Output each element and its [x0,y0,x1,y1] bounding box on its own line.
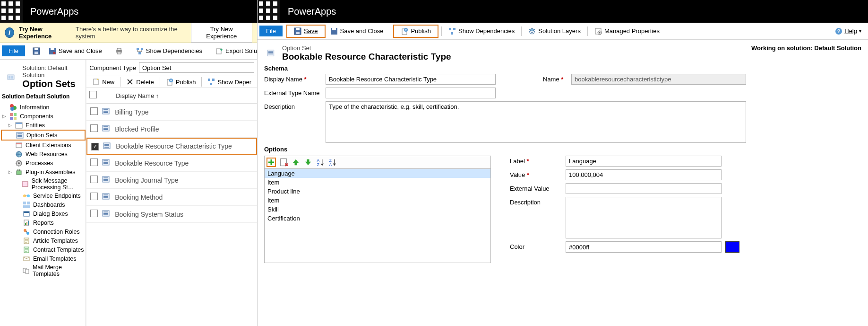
svg-rect-18 [141,48,143,50]
file-menu[interactable]: File [2,45,25,56]
nav-entities[interactable]: ▷Entities [1,121,86,130]
app-launcher-icon[interactable] [0,0,23,23]
option-item[interactable]: Language [265,169,490,178]
row-checkbox[interactable] [90,107,98,115]
nav-contract-templates[interactable]: Contract Templates [1,245,86,254]
sort-asc-button[interactable]: AZ [316,158,325,167]
color-swatch[interactable] [725,241,739,253]
nav-dialog-boxes[interactable]: Dialog Boxes [1,209,86,218]
save-button[interactable]: Save [290,26,322,36]
row-name: Blocked Profile [113,125,257,133]
right-topbar: PowerApps [258,0,868,23]
table-row[interactable]: Billing Type [86,104,257,121]
sort-desc-button[interactable]: ZA [328,158,337,167]
svg-rect-48 [23,202,26,204]
nav-option-sets[interactable]: Option Sets [1,130,86,141]
svg-rect-27 [10,113,13,116]
svg-rect-95 [103,211,108,212]
nav-components[interactable]: ▷Components [1,112,86,121]
option-item[interactable]: Skill [265,205,490,214]
export-solution-button[interactable]: Export Solution [212,46,258,56]
svg-rect-92 [103,196,108,197]
app-launcher-icon[interactable] [258,0,280,23]
plugin-icon [15,168,23,176]
option-color-input[interactable] [566,241,722,253]
table-row[interactable]: Blocked Profile [86,121,257,138]
display-name-input[interactable] [326,74,496,85]
working-on-label: Working on solution: Default Solution [751,44,861,52]
table-row[interactable]: Bookable Resource Type [86,155,257,172]
nav-client-extensions[interactable]: Client Extensions [1,141,86,150]
table-row[interactable]: Booking Method [86,189,257,206]
row-checkbox[interactable]: ✓ [91,143,99,150]
nav-information[interactable]: Information [1,103,86,112]
svg-rect-15 [117,48,121,50]
option-value-input[interactable] [566,169,722,180]
svg-rect-38 [16,143,22,144]
row-checkbox[interactable] [90,176,98,183]
print-icon-button[interactable] [112,46,127,56]
dependencies-icon [207,78,215,86]
nav-service-endpoints[interactable]: Service Endpoints [1,191,86,200]
svg-rect-80 [104,145,109,146]
option-item[interactable]: Item [265,196,490,205]
nav-connection-roles[interactable]: Connection Roles [1,227,86,236]
nav-article-templates[interactable]: Article Templates [1,236,86,245]
show-deps-button[interactable]: Show Deper [205,77,254,87]
table-row[interactable]: Booking System Status [86,206,257,223]
row-checkbox[interactable] [90,124,98,132]
nav-processes[interactable]: Processes [1,159,86,167]
nav-dashboards[interactable]: Dashboards [1,200,86,209]
delete-button[interactable]: Delete [123,77,157,87]
add-option-button[interactable] [266,158,276,167]
nav-sdk-msg[interactable]: Sdk Message Processing St… [1,176,86,191]
description-input[interactable] [326,101,746,143]
option-item[interactable]: Product line [265,187,490,196]
nav-mail-merge-templates[interactable]: Mail Merge Templates [1,263,86,278]
show-dependencies-button[interactable]: Show Dependencies [132,46,206,56]
nav-plugin-assemblies[interactable]: ▷Plug-in Assemblies [1,167,86,176]
component-type-select[interactable] [139,62,254,73]
publish-button[interactable]: Publish [163,77,199,87]
nav-tree: Information ▷Components ▷Entities Option… [0,103,86,278]
svg-rect-34 [17,133,22,134]
row-checkbox[interactable] [90,210,98,217]
delete-option-button[interactable] [279,158,288,167]
option-external-value-input[interactable] [566,183,722,194]
table-row[interactable]: Booking Journal Type [86,172,257,189]
try-new-button[interactable]: Try New Experience [191,23,253,43]
row-name: Booking Journal Type [113,176,257,184]
row-checkbox[interactable] [90,159,98,166]
solution-layers-button[interactable]: Solution Layers [524,26,584,36]
help-link[interactable]: ? Help▾ [835,27,866,35]
managed-properties-button[interactable]: Managed Properties [591,26,663,36]
show-dependencies-button[interactable]: Show Dependencies [445,26,518,36]
options-list[interactable]: LanguageItemProduct lineItemSkillCertifi… [264,168,491,263]
row-checkbox[interactable] [90,193,98,200]
table-row[interactable]: ✓Bookable Resource Characteristic Type [86,138,257,155]
option-label-input[interactable] [566,156,722,167]
svg-rect-97 [103,214,108,215]
nav-reports[interactable]: Reports [1,218,86,227]
client-ext-icon [15,141,23,149]
save-icon-button[interactable] [29,46,44,56]
option-item[interactable]: Item [265,178,490,187]
file-menu[interactable]: File [259,26,283,36]
name-label: Name [543,74,567,83]
save-and-close-button[interactable]: Save and Close [45,46,106,56]
save-and-close-button[interactable]: Save and Close [327,26,387,36]
svg-rect-13 [51,48,54,50]
select-all-checkbox[interactable] [89,91,97,98]
nav-web-resources[interactable]: Web Resources [1,150,86,159]
external-type-input[interactable] [326,88,496,98]
processes-icon [15,159,23,167]
move-up-button[interactable] [291,158,301,167]
move-down-button[interactable] [303,158,313,167]
publish-button[interactable]: Publish [397,26,435,36]
nav-email-templates[interactable]: Email Templates [1,254,86,263]
svg-point-26 [10,107,14,111]
option-description-input[interactable] [566,197,722,238]
option-item[interactable]: Certification [265,214,490,223]
column-display-name[interactable]: Display Name ↑ [116,92,159,99]
new-button[interactable]: New [89,77,117,87]
